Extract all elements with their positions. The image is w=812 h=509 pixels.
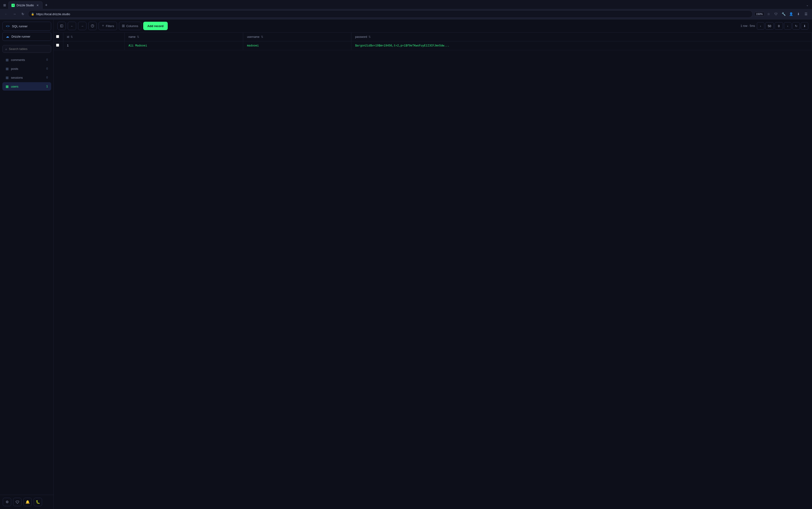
row-checkbox-cell bbox=[54, 41, 63, 50]
cell-id: 1 bbox=[63, 41, 125, 50]
sql-runner-label: SQL runner bbox=[12, 25, 28, 28]
page-size-input[interactable] bbox=[765, 22, 774, 30]
main-content: ← → Filters Columns Add bbox=[54, 20, 812, 509]
search-input[interactable] bbox=[9, 47, 48, 51]
table-item-count: 0 bbox=[46, 58, 48, 61]
history-button[interactable] bbox=[88, 22, 97, 30]
sort-icon: ⇅ bbox=[137, 35, 139, 38]
svg-rect-6 bbox=[122, 25, 123, 27]
table-list: ▦ comments 0 ▦ posts 0 ▦ sessions 0 ▦ us… bbox=[0, 55, 54, 495]
tab-bar: ⊞ ✦ Drizzle Studio ✕ + ⌄ bbox=[0, 0, 812, 9]
drizzle-runner-label: Drizzle runner bbox=[11, 35, 30, 38]
url-display[interactable]: https://local.drizzle.studio bbox=[36, 12, 70, 16]
tab-favicon: ✦ bbox=[11, 4, 15, 7]
col-header-username[interactable]: username⇅ bbox=[243, 33, 351, 41]
reload-button[interactable]: ↻ bbox=[20, 11, 26, 17]
table-header: id⇅name⇅username⇅password⇅ bbox=[54, 33, 812, 41]
browser-chrome: ⊞ ✦ Drizzle Studio ✕ + ⌄ ← → ↻ 🔒 https:/… bbox=[0, 0, 812, 20]
download-button[interactable]: ⬇ bbox=[795, 11, 802, 17]
bug-report-button[interactable]: 🐛 bbox=[34, 498, 42, 506]
pagination-prev-button[interactable]: ‹ bbox=[757, 22, 765, 30]
new-tab-button[interactable]: + bbox=[43, 2, 49, 8]
table-item-name: posts bbox=[11, 67, 44, 70]
sort-icon: ⇅ bbox=[70, 35, 73, 38]
search-box: ⌕ bbox=[2, 45, 51, 53]
sort-icon: ⇅ bbox=[261, 35, 263, 38]
sidebar-table-item-users[interactable]: ▦ users 1 bbox=[2, 82, 51, 91]
row-info: 1 row · 5ms bbox=[741, 24, 755, 28]
table-icon: ▦ bbox=[6, 58, 9, 62]
table-icon: ▦ bbox=[6, 84, 9, 88]
appearance-button[interactable] bbox=[13, 498, 22, 506]
col-header-name[interactable]: name⇅ bbox=[125, 33, 243, 41]
menu-button[interactable]: ☰ bbox=[803, 11, 809, 17]
table-item-name: sessions bbox=[11, 76, 44, 79]
table-item-name: comments bbox=[11, 58, 44, 62]
cell-name: Ali Madooei bbox=[125, 41, 243, 50]
col-label: id bbox=[67, 35, 69, 38]
col-header-password[interactable]: password⇅ bbox=[351, 33, 812, 41]
sql-runner-icon: <> bbox=[6, 24, 9, 28]
back-button[interactable]: ← bbox=[3, 11, 9, 17]
nav-prev-button[interactable]: ← bbox=[68, 22, 76, 30]
table-item-name: users bbox=[11, 85, 44, 88]
col-label: username bbox=[247, 35, 259, 38]
wallet-button[interactable]: 🛡 bbox=[773, 11, 779, 17]
filters-button[interactable]: Filters bbox=[99, 22, 117, 30]
select-all-checkbox[interactable] bbox=[56, 35, 59, 38]
nav-actions: 150% ☆ 🛡 🔧 👤 ⬇ ☰ bbox=[754, 11, 809, 17]
table-item-count: 0 bbox=[46, 67, 48, 70]
tab-close-button[interactable]: ✕ bbox=[36, 3, 39, 7]
sql-runner-button[interactable]: <> SQL runner bbox=[2, 22, 51, 31]
cell-password: $argon2id$v=19$m=19456,t=2,p=1$f9eTKwoFu… bbox=[351, 41, 812, 50]
row-checkbox[interactable] bbox=[56, 44, 59, 47]
zoom-level: 150% bbox=[754, 12, 765, 16]
col-header-id[interactable]: id⇅ bbox=[63, 33, 125, 41]
tab-overflow-button[interactable]: ⌄ bbox=[805, 2, 810, 8]
sidebar-footer: ⚙ 🔔 🐛 bbox=[0, 495, 54, 509]
tab-title: Drizzle Studio bbox=[17, 4, 34, 7]
drizzle-runner-button[interactable]: ☁ Drizzle runner bbox=[2, 32, 51, 41]
table-icon: ▦ bbox=[6, 67, 9, 70]
profile-button[interactable]: 👤 bbox=[788, 11, 794, 17]
extensions-button[interactable]: 🔧 bbox=[780, 11, 787, 17]
app-layout: <> SQL runner ☁ Drizzle runner ⌕ ▦ comme… bbox=[0, 20, 812, 509]
sidebar: <> SQL runner ☁ Drizzle runner ⌕ ▦ comme… bbox=[0, 20, 54, 509]
notifications-button[interactable]: 🔔 bbox=[23, 498, 32, 506]
add-record-button[interactable]: Add record bbox=[143, 22, 168, 30]
filters-label: Filters bbox=[106, 24, 114, 28]
table-container: id⇅name⇅username⇅password⇅ 1 Ali Madooei… bbox=[54, 33, 812, 509]
svg-rect-0 bbox=[61, 25, 63, 27]
data-table: id⇅name⇅username⇅password⇅ 1 Ali Madooei… bbox=[54, 33, 812, 50]
expand-button[interactable] bbox=[58, 22, 66, 30]
table-item-count: 0 bbox=[46, 76, 48, 79]
download-data-button[interactable]: ⬇ bbox=[801, 22, 808, 30]
sort-icon: ⇅ bbox=[368, 35, 371, 38]
sidebar-top: <> SQL runner ☁ Drizzle runner bbox=[0, 20, 54, 43]
header-checkbox-cell bbox=[54, 33, 63, 41]
table-icon: ▦ bbox=[6, 76, 9, 79]
sidebar-table-item-posts[interactable]: ▦ posts 0 bbox=[2, 64, 51, 73]
pagination: ‹ › ↻ ⬇ bbox=[757, 22, 808, 30]
address-bar: 🔒 https://local.drizzle.studio bbox=[28, 10, 753, 18]
refresh-button[interactable]: ↻ bbox=[792, 22, 800, 30]
columns-label: Columns bbox=[126, 24, 138, 28]
sidebar-table-item-comments[interactable]: ▦ comments 0 bbox=[2, 56, 51, 64]
col-label: password bbox=[355, 35, 367, 38]
nav-bar: ← → ↻ 🔒 https://local.drizzle.studio 150… bbox=[0, 9, 812, 19]
drizzle-runner-icon: ☁ bbox=[6, 35, 9, 38]
forward-button[interactable]: → bbox=[11, 11, 18, 17]
toolbar: ← → Filters Columns Add bbox=[54, 20, 812, 33]
security-icon: 🔒 bbox=[31, 12, 34, 15]
table-body: 1 Ali Madooei madooei $argon2id$v=19$m=1… bbox=[54, 41, 812, 50]
active-tab: ✦ Drizzle Studio ✕ bbox=[8, 1, 42, 9]
bookmark-button[interactable]: ☆ bbox=[765, 11, 772, 17]
pagination-next-button[interactable]: › bbox=[784, 22, 791, 30]
sidebar-table-item-sessions[interactable]: ▦ sessions 0 bbox=[2, 73, 51, 82]
nav-next-button[interactable]: → bbox=[78, 22, 87, 30]
page-offset-input[interactable] bbox=[775, 22, 783, 30]
tab-group-button[interactable]: ⊞ bbox=[2, 2, 7, 8]
cell-username: madooei bbox=[243, 41, 351, 50]
settings-button[interactable]: ⚙ bbox=[3, 498, 11, 506]
columns-button[interactable]: Columns bbox=[119, 22, 141, 30]
